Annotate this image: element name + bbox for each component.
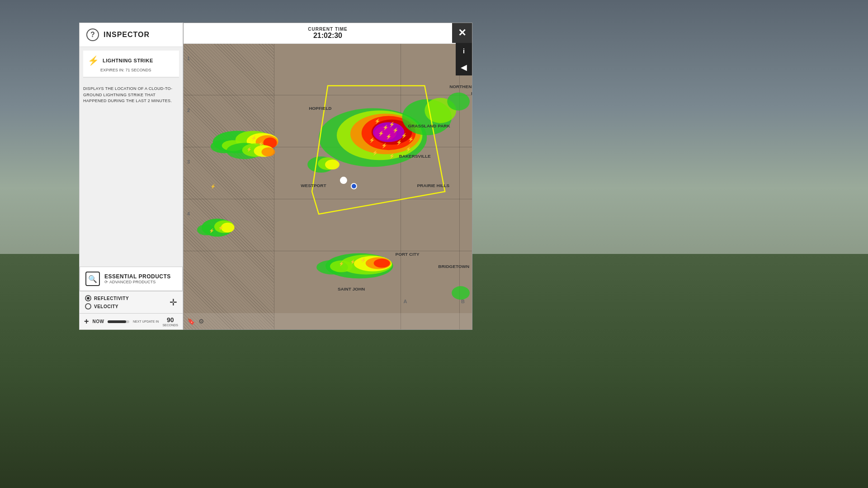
radio-options: REFLECTIVITY VELOCITY <box>85 295 129 310</box>
timeline-panel: + NOW NEXT UPDATE IN 90 SECONDS <box>80 313 183 329</box>
inspector-panel: ? INSPECTOR ⚡ LIGHTNING STRIKE EXPIRES I… <box>79 23 183 330</box>
close-button[interactable]: ✕ <box>452 23 472 43</box>
grid-h-3 <box>184 199 472 199</box>
grid-lines <box>184 43 472 329</box>
ep-subtitle: ⟳ ADVANCED PRODUCTS <box>104 280 171 284</box>
next-update-text: NEXT UPDATE IN <box>133 319 159 324</box>
lightning-title: LIGHTNING STRIKE <box>103 58 153 63</box>
settings-icon[interactable]: ⚙ <box>198 318 204 325</box>
essential-products-panel[interactable]: 🔍 ESSENTIAL PRODUCTS ⟳ ADVANCED PRODUCTS <box>80 267 183 291</box>
ep-subtitle-icon: ⟳ <box>104 280 108 284</box>
velocity-option[interactable]: VELOCITY <box>85 303 129 310</box>
reflectivity-radio[interactable] <box>85 295 91 301</box>
back-button[interactable]: ◀ <box>456 59 472 75</box>
current-time-value: 21:02:30 <box>187 32 468 40</box>
bottom-panels: 🔍 ESSENTIAL PRODUCTS ⟳ ADVANCED PRODUCTS… <box>80 267 183 329</box>
grid-v-2 <box>401 43 401 329</box>
map-bottom-controls: 🔖 ⚙ <box>184 313 472 329</box>
lightning-bolt-icon: ⚡ <box>88 55 99 66</box>
main-ui-container: ? INSPECTOR ⚡ LIGHTNING STRIKE EXPIRES I… <box>79 23 472 330</box>
inspector-header: ? INSPECTOR <box>80 23 183 47</box>
ep-subtitle-text: ADVANCED PRODUCTS <box>109 280 156 284</box>
timeline-fill <box>108 320 126 323</box>
ep-text-group: ESSENTIAL PRODUCTS ⟳ ADVANCED PRODUCTS <box>104 273 171 284</box>
inspector-title: INSPECTOR <box>104 31 150 39</box>
map-content: ⚡ ⚡ ⚡ ⚡ ⚡ ⚡ ⚡ ⚡ ⚡ ⚡ ⚡ ⚡ ⚡ ⚡ ⚡ ⚡ ⚡ ⚡ <box>184 43 472 329</box>
current-time-label: CURRENT TIME <box>187 27 468 32</box>
help-icon[interactable]: ? <box>86 28 99 41</box>
crosshair-icon[interactable]: ✛ <box>170 297 177 308</box>
next-update-label: NEXT UPDATE IN <box>133 320 159 323</box>
grid-v-3 <box>459 43 460 329</box>
lightning-description: DISPLAYS THE LOCATION OF A CLOUD-TO-GROU… <box>80 81 183 109</box>
expires-text: EXPIRES IN: 71 SECONDS <box>88 68 175 72</box>
essential-products-icon: 🔍 <box>85 272 100 286</box>
lightning-header: ⚡ LIGHTNING STRIKE <box>88 55 175 66</box>
now-label: NOW <box>93 319 104 324</box>
velocity-radio[interactable] <box>85 303 91 310</box>
grid-h-4 <box>184 251 472 251</box>
grid-h-2 <box>184 147 472 147</box>
reflectivity-label: REFLECTIVITY <box>94 296 129 301</box>
timeline-plus-button[interactable]: + <box>84 317 89 326</box>
timeline-bar[interactable] <box>108 320 129 323</box>
grid-h-1 <box>184 95 472 95</box>
map-header: CURRENT TIME 21:02:30 <box>184 23 472 44</box>
grid-v-1 <box>274 43 274 329</box>
seconds-label: SECONDS <box>162 324 178 327</box>
bookmark-icon[interactable]: 🔖 <box>187 318 195 325</box>
velocity-label: VELOCITY <box>94 304 118 309</box>
seconds-count: 90 <box>162 316 178 324</box>
map-panel: CURRENT TIME 21:02:30 ✕ <box>183 23 472 330</box>
products-panel: REFLECTIVITY VELOCITY ✛ <box>80 291 183 313</box>
reflectivity-option[interactable]: REFLECTIVITY <box>85 295 129 301</box>
lightning-section: ⚡ LIGHTNING STRIKE EXPIRES IN: 71 SECOND… <box>83 51 179 78</box>
info-button[interactable]: i <box>456 43 472 59</box>
ep-title: ESSENTIAL PRODUCTS <box>104 273 171 280</box>
